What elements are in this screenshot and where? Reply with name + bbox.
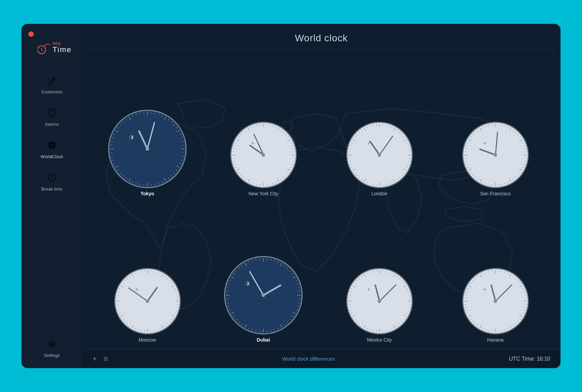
- clock-container-havana: ✦ Havana: [440, 202, 550, 343]
- clock-container-sanfrancisco: ✦ San Francisco: [440, 56, 550, 196]
- alarms-icon: [46, 107, 58, 119]
- bottom-left: + ≡: [92, 355, 108, 363]
- sun-indicator-moscow: ✦: [134, 286, 139, 293]
- world-clock-differences-link[interactable]: World clock differences: [282, 356, 335, 362]
- clock-face-tokyo: ◑: [108, 110, 187, 188]
- menu-button[interactable]: ≡: [104, 355, 108, 363]
- center-dot-dubai: [262, 293, 265, 297]
- sidebar-settings-label: Settings: [44, 353, 60, 358]
- clock-face-sanfrancisco: ✦: [462, 122, 529, 188]
- sidebar-item-customize-label: Customize: [41, 89, 62, 94]
- worldclock-icon: [46, 139, 58, 151]
- settings-icon: [46, 338, 58, 350]
- logo-time-label: Time: [53, 46, 72, 54]
- nav-items: Customize Alarms: [21, 67, 82, 338]
- sidebar-item-breaktime[interactable]: Break time: [41, 171, 62, 192]
- clock-label-sanfrancisco: San Francisco: [480, 191, 510, 196]
- page-title: World clock: [82, 33, 561, 44]
- bottom-bar: + ≡ World clock differences UTC Time: 16…: [82, 349, 561, 368]
- sidebar-item-breaktime-label: Break time: [41, 186, 62, 192]
- sidebar-item-alarms-label: Alarms: [45, 122, 59, 127]
- sidebar-item-worldclock[interactable]: WorldClock: [41, 139, 63, 159]
- bottom-center: World clock differences: [108, 356, 509, 362]
- clock-label-newyork: New York City: [248, 191, 278, 196]
- center-dot-sanfrancisco: [494, 153, 497, 157]
- logo-icon: [38, 40, 51, 55]
- logo-pro-label: PRO: [53, 42, 72, 46]
- clock-face-moscow: ✦: [114, 268, 181, 334]
- sidebar-item-customize[interactable]: Customize: [41, 74, 62, 94]
- clock-container-london: ✦ London: [324, 56, 434, 196]
- logo-area: PRO Time: [32, 37, 72, 55]
- close-button[interactable]: [28, 31, 34, 37]
- clock-container-tokyo: ◑ Tokyo: [92, 56, 202, 196]
- header: World clock: [82, 24, 561, 49]
- clock-label-havana: Havana: [487, 337, 504, 343]
- sidebar-item-alarms[interactable]: Alarms: [45, 107, 59, 127]
- sun-indicator-sanfrancisco: ✦: [482, 140, 487, 147]
- sidebar: PRO Time Customize: [21, 24, 82, 368]
- map-area: ◑ Tokyo ✦ New York City: [82, 49, 561, 349]
- clock-container-dubai: ◑ Dubai: [208, 202, 318, 343]
- clocks-grid: ◑ Tokyo ✦ New York City: [92, 56, 550, 343]
- center-dot-london: [378, 153, 381, 157]
- utc-time: UTC Time: 16:10: [509, 356, 550, 362]
- center-dot-tokyo: [146, 147, 149, 151]
- clock-label-moscow: Moscow: [139, 337, 156, 343]
- moon-indicator-dubai: ◑: [245, 280, 250, 286]
- center-dot-newyork: [262, 153, 265, 157]
- center-dot-moscow: [146, 300, 149, 303]
- sun-indicator-newyork: ✦: [250, 140, 255, 147]
- moon-indicator-tokyo: ◑: [129, 134, 134, 140]
- clock-label-mexicocity: Mexico City: [367, 337, 392, 343]
- svg-point-10: [50, 343, 53, 345]
- sun-indicator-london: ✦: [366, 140, 371, 147]
- sidebar-item-settings[interactable]: Settings: [44, 338, 60, 358]
- sidebar-bottom: Settings: [44, 338, 60, 368]
- main-content: World clock: [82, 24, 561, 368]
- sidebar-item-worldclock-label: WorldClock: [41, 154, 63, 159]
- svg-line-2: [42, 50, 43, 51]
- logo-text: PRO Time: [53, 42, 72, 54]
- breaktime-icon: [46, 171, 58, 184]
- clock-label-tokyo: Tokyo: [141, 191, 154, 196]
- clock-face-dubai: ◑: [224, 256, 303, 334]
- customize-icon: [46, 74, 58, 87]
- clock-container-moscow: ✦ Moscow: [92, 202, 202, 343]
- clock-label-dubai: Dubai: [257, 337, 270, 343]
- clock-face-havana: ✦: [462, 268, 529, 334]
- clock-face-london: ✦: [346, 122, 413, 188]
- clock-label-london: London: [372, 191, 388, 196]
- clock-face-mexicocity: ✦: [346, 268, 413, 334]
- center-dot-havana: [494, 300, 497, 303]
- clock-container-newyork: ✦ New York City: [208, 56, 318, 196]
- sun-indicator-mexicocity: ✦: [366, 286, 371, 293]
- add-button[interactable]: +: [92, 355, 97, 363]
- center-dot-mexicocity: [378, 300, 381, 303]
- clock-face-newyork: ✦: [230, 122, 297, 188]
- sidebar-top: [21, 24, 82, 37]
- clock-container-mexicocity: ✦ Mexico City: [324, 202, 434, 343]
- sun-indicator-havana: ✦: [482, 286, 487, 293]
- app-window: PRO Time Customize: [21, 24, 561, 368]
